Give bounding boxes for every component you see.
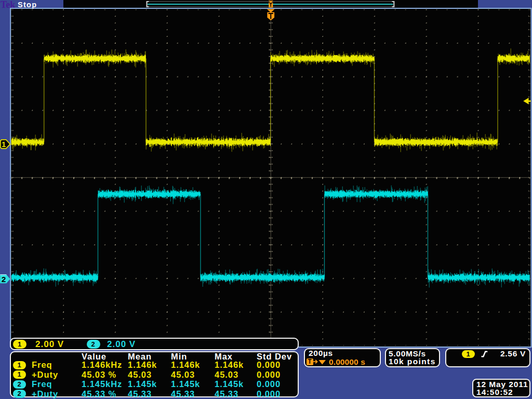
svg-text:1: 1 <box>2 140 6 149</box>
svg-text:2: 2 <box>2 275 6 284</box>
